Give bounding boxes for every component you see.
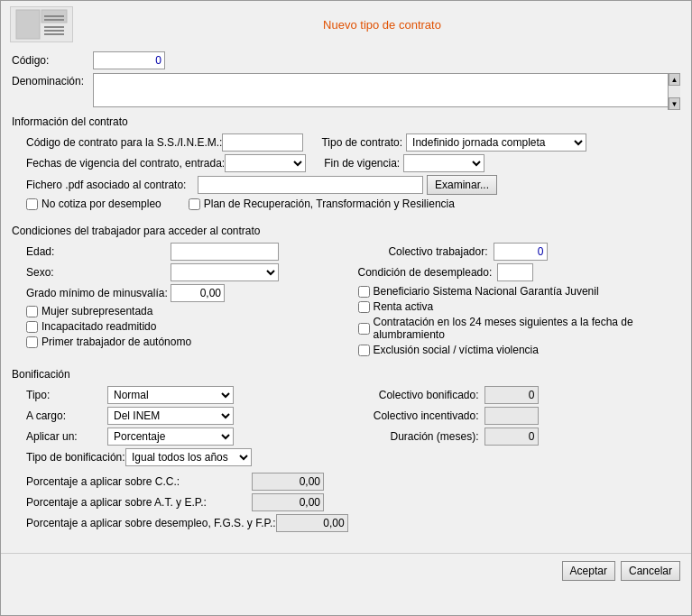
tipo-contrato-select[interactable]: Indefinido jornada completa Temporal Prá… (406, 133, 586, 152)
plan-recuperacion-checkbox[interactable] (189, 198, 200, 210)
bonificacion-columns: Tipo: Normal Reducción Bonificación A ca… (26, 386, 680, 469)
porcentaje-at-row: Porcentaje a aplicar sobre A.T. y E.P.: (26, 493, 680, 511)
mujer-row: Mujer subrepresentada (26, 305, 349, 317)
incapacitado-row: Incapacitado readmitido (26, 320, 349, 333)
bonificacion-right: Colectivo bonificado: Colectivo incentiv… (358, 386, 681, 469)
denominacion-input[interactable] (93, 73, 680, 107)
fin-vigencia-select[interactable] (403, 154, 484, 172)
window-title: Nuevo tipo de contrato (82, 18, 682, 32)
porcentajes-section: Porcentaje a aplicar sobre C.C.: Porcent… (26, 473, 680, 532)
grado-minusvalia-input[interactable] (171, 284, 225, 302)
colectivo-bonif-row: Colectivo bonificado: (358, 386, 681, 404)
fechas-vigencia-label: Fechas de vigencia del contrato, entrada… (26, 157, 225, 170)
porcentaje-cc-row: Porcentaje a aplicar sobre C.C.: (26, 473, 680, 491)
condiciones-title: Condiciones del trabajador para acceder … (12, 225, 680, 237)
logo-icon (15, 9, 68, 40)
codigo-label: Código: (12, 54, 93, 67)
tipo-bonif-select[interactable]: Igual todos los años Variable por años (125, 448, 252, 466)
no-cotiza-label: No cotiza por desempleo (42, 198, 161, 210)
denominacion-wrapper: ▲ ▼ (93, 73, 680, 110)
condicion-desempleado-input[interactable] (497, 263, 533, 281)
porcentaje-desempleo-label: Porcentaje a aplicar sobre desempleo, F.… (26, 517, 276, 529)
bonificacion-title: Bonificación (12, 368, 680, 381)
renta-activa-row: Renta activa (358, 300, 681, 313)
aplicar-un-label: Aplicar un: (26, 430, 107, 443)
condiciones-section: Edad: Sexo: Grado mínimo de minusvalía: … (12, 241, 680, 363)
fin-vigencia-label: Fin de vigencia: (324, 157, 400, 170)
primer-trabajador-row: Primer trabajador de autónomo (26, 336, 349, 348)
contratacion-24-checkbox[interactable] (358, 323, 370, 335)
cancelar-button[interactable]: Cancelar (621, 561, 680, 581)
plan-recuperacion-row: Plan de Recuperación, Transformación y R… (189, 198, 455, 210)
colectivo-trabajador-input[interactable] (494, 243, 548, 261)
contrato-info-title: Información del contrato (12, 115, 680, 128)
plan-recuperacion-label: Plan de Recuperación, Transformación y R… (204, 198, 455, 210)
tipo-bonif-row: Tipo de bonificación: Igual todos los añ… (26, 448, 349, 466)
row-fechas: Fechas de vigencia del contrato, entrada… (26, 154, 680, 172)
sexo-label: Sexo: (26, 266, 171, 279)
porcentaje-at-input[interactable] (252, 493, 324, 511)
scroll-up-btn[interactable]: ▲ (669, 73, 680, 86)
porcentaje-cc-input[interactable] (252, 473, 324, 491)
incapacitado-label: Incapacitado readmitido (42, 320, 156, 333)
colectivo-incentivado-input[interactable] (484, 407, 539, 425)
duracion-input[interactable] (484, 428, 539, 446)
colectivo-bonif-input[interactable] (484, 386, 539, 404)
edad-row: Edad: (26, 243, 349, 261)
codigo-row: Código: (12, 51, 680, 69)
incapacitado-checkbox[interactable] (26, 321, 38, 333)
duracion-label: Duración (meses): (358, 430, 484, 443)
codigo-ss-input[interactable] (222, 133, 303, 152)
sexo-row: Sexo: (26, 263, 349, 281)
colectivo-incentivado-label: Colectivo incentivado: (358, 409, 484, 422)
tipo-select[interactable]: Normal Reducción Bonificación (107, 386, 234, 404)
colectivo-incentivado-row: Colectivo incentivado: (358, 407, 681, 425)
exclusion-social-checkbox[interactable] (358, 345, 370, 356)
row-codigo-ss: Código de contrato para la S.S./I.N.E.M.… (26, 133, 680, 152)
examinar-button[interactable]: Examinar... (427, 175, 497, 195)
main-window: Nuevo tipo de contrato Código: Denominac… (0, 0, 692, 616)
condiciones-columns: Edad: Sexo: Grado mínimo de minusvalía: … (26, 243, 680, 359)
edad-label: Edad: (26, 245, 171, 258)
mujer-checkbox[interactable] (26, 306, 38, 317)
tipo-contrato-label: Tipo de contrato: (321, 136, 402, 149)
condiciones-right: Colectivo trabajador: Condición de desem… (358, 243, 681, 359)
contrato-info-section: Código de contrato para la S.S./I.N.E.M.… (12, 132, 680, 219)
codigo-input[interactable] (93, 51, 165, 69)
beneficiario-checkbox[interactable] (358, 286, 370, 298)
beneficiario-label: Beneficiario Sistema Nacional Garantía J… (374, 285, 599, 298)
aplicar-un-row: Aplicar un: Porcentaje Importe fijo (26, 428, 349, 446)
fechas-entrada-select[interactable] (225, 154, 306, 172)
fichero-pdf-input[interactable] (198, 176, 423, 194)
primer-trabajador-checkbox[interactable] (26, 336, 38, 348)
porcentaje-at-label: Porcentaje a aplicar sobre A.T. y E.P.: (26, 496, 252, 509)
denominacion-label: Denominación: (12, 73, 93, 87)
beneficiario-row: Beneficiario Sistema Nacional Garantía J… (358, 285, 681, 298)
a-cargo-select[interactable]: Del INEM De la Empresa (107, 407, 234, 425)
codigo-ss-label: Código de contrato para la S.S./I.N.E.M.… (26, 136, 222, 149)
porcentaje-desempleo-input[interactable] (276, 514, 348, 532)
fichero-pdf-label: Fichero .pdf asociado al contrato: (26, 179, 198, 191)
scroll-down-btn[interactable]: ▼ (669, 97, 680, 110)
colectivo-trabajador-row: Colectivo trabajador: (358, 243, 681, 261)
edad-input[interactable] (171, 243, 279, 261)
condicion-desempleado-label: Condición de desempleado: (358, 266, 498, 279)
renta-activa-label: Renta activa (374, 300, 434, 313)
colectivo-bonif-label: Colectivo bonificado: (358, 389, 484, 401)
sexo-select[interactable] (171, 263, 279, 281)
tipo-label: Tipo: (26, 389, 107, 401)
contratacion-24-label: Contratación en los 24 meses siguientes … (374, 316, 681, 341)
colectivo-trabajador-label: Colectivo trabajador: (358, 245, 494, 258)
tipo-row: Tipo: Normal Reducción Bonificación (26, 386, 349, 404)
a-cargo-row: A cargo: Del INEM De la Empresa (26, 407, 349, 425)
contratacion-24-row: Contratación en los 24 meses siguientes … (358, 316, 681, 341)
a-cargo-label: A cargo: (26, 409, 107, 422)
grado-minusvalia-row: Grado mínimo de minusvalía: (26, 284, 349, 302)
renta-activa-checkbox[interactable] (358, 301, 370, 313)
no-cotiza-checkbox[interactable] (26, 198, 38, 210)
window-header: Nuevo tipo de contrato (1, 1, 691, 48)
mujer-label: Mujer subrepresentada (42, 305, 152, 317)
content-area: Código: Denominación: ▲ ▼ Información de… (1, 48, 691, 547)
aplicar-un-select[interactable]: Porcentaje Importe fijo (107, 428, 234, 446)
aceptar-button[interactable]: Aceptar (562, 561, 615, 581)
